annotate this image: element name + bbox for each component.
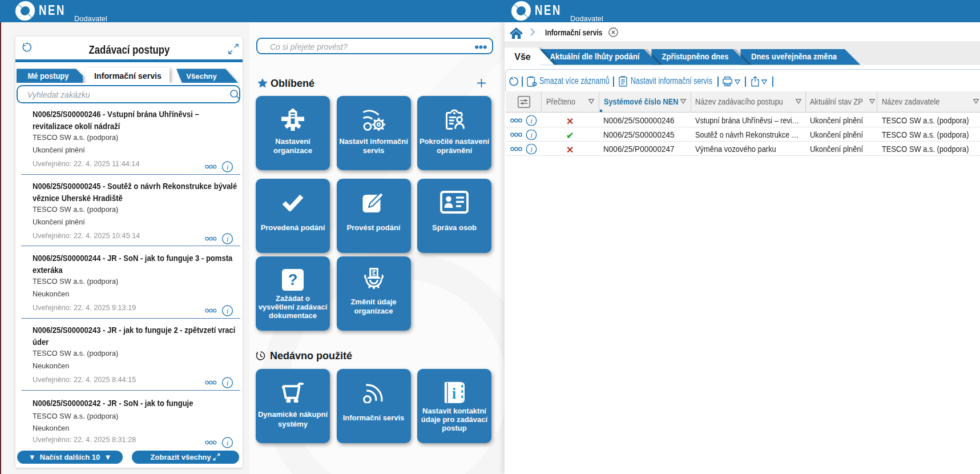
- svg-text:Aktuální dle lhůty podání: Aktuální dle lhůty podání: [550, 52, 640, 61]
- svg-text:Dnes uveřejněna změna: Dnes uveřejněna změna: [751, 52, 837, 61]
- svg-text:Informační servis: Informační servis: [94, 71, 162, 81]
- svg-text:Všechny: Všechny: [186, 72, 217, 81]
- svg-text:Vše: Vše: [514, 52, 531, 62]
- svg-text:Mé postupy: Mé postupy: [28, 71, 69, 81]
- svg-text:Zpřístupněno dnes: Zpřístupněno dnes: [662, 52, 729, 61]
